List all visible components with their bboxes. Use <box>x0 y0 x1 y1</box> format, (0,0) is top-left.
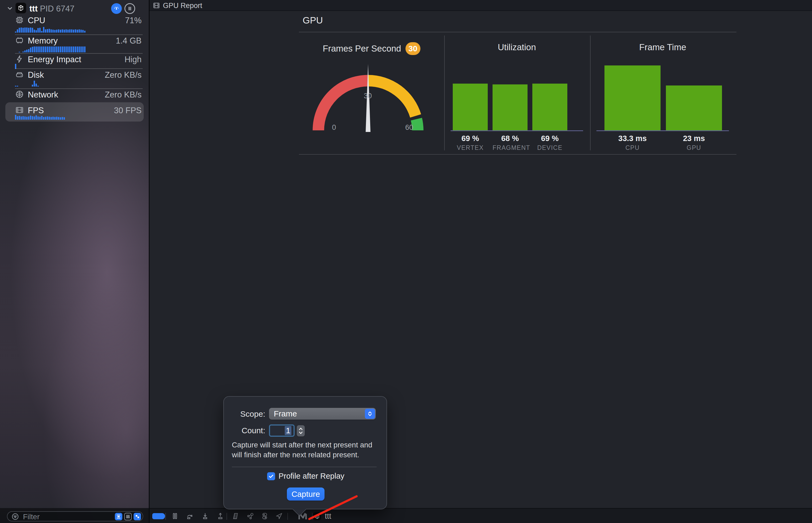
gauge-tick-max: 60 <box>405 123 413 132</box>
count-label: Count: <box>224 426 265 435</box>
sidebar-item-label: CPU <box>28 16 45 25</box>
view-debugger-button[interactable] <box>230 509 242 523</box>
simulate-location-button[interactable] <box>273 509 285 523</box>
filter-field[interactable]: Filter <box>7 511 143 521</box>
sidebar-item-label: Energy Impact <box>28 55 81 65</box>
frame-time-panel: Frame Time 33.3 msCPU23 msGPU <box>590 32 735 155</box>
sidebar-item-fps[interactable]: FPS30 FPS <box>0 106 149 116</box>
step-over-button[interactable] <box>184 509 196 523</box>
gauge-tick-min: 0 <box>332 123 336 132</box>
sidebar-item-disk[interactable]: DiskZero KB/s <box>0 70 149 80</box>
count-input[interactable]: 1 <box>269 425 295 437</box>
breakpoints-toggle[interactable] <box>152 513 165 519</box>
debug-navigator-sidebar: ttt PID 6747 CPU71%Memory1.4 GBEnergy Im… <box>0 0 149 523</box>
bar-rect <box>453 84 488 130</box>
memory-sparkline <box>19 46 86 52</box>
environment-overrides-button[interactable] <box>258 509 271 523</box>
profile-after-replay-label: Profile after Replay <box>278 472 345 481</box>
fps-sparkline <box>15 115 65 120</box>
bar-rect <box>533 84 567 130</box>
sidebar-item-energy[interactable]: Energy ImpactHigh <box>0 54 149 65</box>
app-icon[interactable] <box>313 512 321 520</box>
row-separator <box>15 53 143 54</box>
pause-icon <box>171 512 179 520</box>
sidebar-divider <box>149 0 149 523</box>
cpu-chip-icon <box>15 16 24 24</box>
disk-icon <box>15 70 24 79</box>
toolbar-divider <box>312 513 312 520</box>
grouped-view-icon[interactable] <box>133 513 141 520</box>
memory-chip-icon <box>15 36 24 45</box>
bar-value-label: 23 ms <box>666 134 722 143</box>
globe-icon <box>15 90 24 99</box>
capture-button[interactable]: Capture <box>287 487 325 501</box>
film-icon <box>153 2 160 9</box>
debug-toolbar: ttt <box>149 508 812 523</box>
sidebar-item-network[interactable]: NetworkZero KB/s <box>0 90 149 100</box>
profile-after-replay-checkbox[interactable] <box>267 472 275 480</box>
toolbar-divider <box>227 513 227 520</box>
filter-placeholder: Filter <box>23 512 39 521</box>
location-arrow-icon <box>275 512 283 520</box>
bar-device: 69 %DEVICE <box>533 32 567 155</box>
bar-category-label: FRAGMENT <box>492 144 527 151</box>
sidebar-item-value: 71% <box>125 16 142 25</box>
metal-capture-popover: Scope: Frame Count: 1 Capture will start… <box>223 396 387 509</box>
process-header[interactable]: ttt PID 6747 <box>0 3 149 14</box>
sidebar-item-cpu[interactable]: CPU71% <box>0 16 149 26</box>
sidebar-item-value: 30 FPS <box>114 106 142 115</box>
step-over-icon <box>186 512 194 520</box>
toggles-icon <box>261 512 269 520</box>
cpu-sparkline <box>15 26 86 33</box>
step-out-icon <box>216 512 224 520</box>
bar-category-label: VERTEX <box>453 144 488 151</box>
fps-badge: 30 <box>405 42 420 55</box>
bar-category-label: GPU <box>666 144 722 151</box>
layers-icon <box>232 512 240 520</box>
performance-gauge-icon[interactable] <box>111 3 122 14</box>
sidebar-item-value: Zero KB/s <box>105 90 142 100</box>
bar-rect <box>666 86 722 130</box>
toolbar-process-name[interactable]: ttt <box>325 512 331 521</box>
count-stepper[interactable] <box>297 425 305 436</box>
bar-rect <box>492 85 527 130</box>
bar-cpu: 33.3 msCPU <box>605 32 661 155</box>
tab-gpu-report[interactable]: GPU Report <box>163 2 202 10</box>
fps-gauge-panel: Frames Per Second 30 0 30 60 <box>299 32 444 155</box>
app-icon <box>16 3 26 13</box>
sidebar-item-label: Network <box>28 90 58 100</box>
sidebar-item-memory[interactable]: Memory1.4 GB <box>0 36 149 46</box>
sidebar-item-label: FPS <box>28 106 44 115</box>
sidebar-item-label: Memory <box>28 36 58 46</box>
step-into-button[interactable] <box>199 509 211 523</box>
sidebar-item-value: 1.4 GB <box>116 36 142 46</box>
popover-separator <box>232 467 377 467</box>
profile-in-instruments-icon[interactable] <box>125 3 135 14</box>
utilization-panel: Utilization 69 %VERTEX68 %FRAGMENT69 %DE… <box>444 32 590 155</box>
pause-button[interactable] <box>169 509 181 523</box>
bar-category-label: DEVICE <box>533 144 567 151</box>
step-out-button[interactable] <box>214 509 227 523</box>
step-into-icon <box>201 512 209 520</box>
axis-baseline <box>596 130 729 131</box>
sidebar-item-value: Zero KB/s <box>105 70 142 80</box>
fps-panel-title: Frames Per Second <box>323 43 401 54</box>
bar-rect <box>605 66 661 130</box>
toolbar-divider <box>165 513 166 520</box>
memory-graph-button[interactable] <box>244 509 256 523</box>
scope-selected-value: Frame <box>274 409 297 418</box>
call-tree-view-icon[interactable] <box>124 513 132 520</box>
row-separator <box>15 68 143 69</box>
bar-gpu: 23 msGPU <box>666 32 722 155</box>
bolt-icon <box>15 54 24 64</box>
bar-value-label: 69 % <box>453 134 488 143</box>
report-tab-bar: GPU Report <box>149 0 812 11</box>
capture-description: Capture will start after the next presen… <box>232 440 379 460</box>
scope-popup-button[interactable]: Frame <box>269 408 376 420</box>
film-icon <box>15 106 24 114</box>
editor-area: GPU Report GPU Frames Per Second 30 0 30… <box>149 0 812 523</box>
chevron-down-icon[interactable] <box>7 5 13 11</box>
flat-list-view-icon[interactable] <box>115 513 122 520</box>
bar-value-label: 68 % <box>492 134 527 143</box>
disk-sparkline <box>15 80 39 87</box>
